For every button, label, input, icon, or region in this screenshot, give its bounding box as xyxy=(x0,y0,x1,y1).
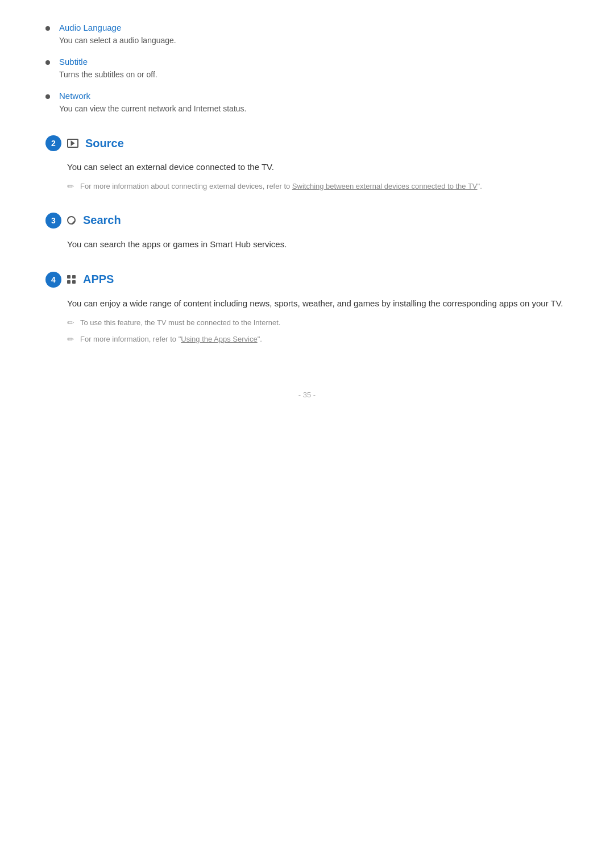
page-footer: - 35 - xyxy=(45,391,569,399)
source-note-text: For more information about connecting ex… xyxy=(80,181,482,192)
network-title[interactable]: Network xyxy=(59,91,246,101)
list-item-network: Network You can view the current network… xyxy=(45,91,569,115)
audio-language-desc: You can select a audio language. xyxy=(59,35,176,47)
bullet-content: Subtitle Turns the subtitles on or off. xyxy=(59,57,157,81)
audio-language-title[interactable]: Audio Language xyxy=(59,23,176,32)
apps-note-text-2: For more information, refer to "Using th… xyxy=(80,334,262,345)
source-notes: ✏ For more information about connecting … xyxy=(67,181,569,192)
network-desc: You can view the current network and Int… xyxy=(59,103,246,115)
section-search-body: You can search the apps or games in Smar… xyxy=(67,238,569,251)
pencil-icon: ✏ xyxy=(67,334,74,344)
subtitle-title[interactable]: Subtitle xyxy=(59,57,157,67)
apps-note-text-1: To use this feature, the TV must be conn… xyxy=(80,317,280,329)
apps-notes: ✏ To use this feature, the TV must be co… xyxy=(67,317,569,345)
source-note-suffix: ". xyxy=(478,182,482,190)
section-apps-title: APPS xyxy=(83,273,114,286)
section-number-3: 3 xyxy=(45,213,61,229)
apps-note-suffix: ". xyxy=(258,335,262,343)
bullet-content: Audio Language You can select a audio la… xyxy=(59,23,176,47)
search-icon xyxy=(67,216,80,225)
section-apps-body: You can enjoy a wide range of content in… xyxy=(67,297,569,310)
apps-icon xyxy=(67,275,80,284)
bullet-content: Network You can view the current network… xyxy=(59,91,246,115)
section-search-title: Search xyxy=(83,214,121,227)
source-icon xyxy=(67,139,82,148)
section-source-body: You can select an external device connec… xyxy=(67,160,569,174)
source-note-link[interactable]: Switching between external devices conne… xyxy=(292,182,478,190)
apps-note-link[interactable]: Using the Apps Service xyxy=(181,335,257,343)
section-source-header: 2 Source xyxy=(45,135,569,151)
subtitle-desc: Turns the subtitles on or off. xyxy=(59,69,157,81)
bullet-dot xyxy=(45,60,50,65)
bullet-list: Audio Language You can select a audio la… xyxy=(45,23,569,115)
list-item-subtitle: Subtitle Turns the subtitles on or off. xyxy=(45,57,569,81)
bullet-dot xyxy=(45,94,50,99)
pencil-icon: ✏ xyxy=(67,318,74,328)
section-source-title: Source xyxy=(85,137,124,150)
section-number-2: 2 xyxy=(45,135,61,151)
apps-note-2: ✏ For more information, refer to "Using … xyxy=(67,334,569,345)
section-apps-header: 4 APPS xyxy=(45,272,569,288)
bullet-dot xyxy=(45,26,50,31)
page-number: - 35 - xyxy=(298,391,316,399)
apps-note-1: ✏ To use this feature, the TV must be co… xyxy=(67,317,569,329)
list-item-audio-language: Audio Language You can select a audio la… xyxy=(45,23,569,47)
source-note-1: ✏ For more information about connecting … xyxy=(67,181,569,192)
section-number-4: 4 xyxy=(45,272,61,288)
pencil-icon: ✏ xyxy=(67,181,74,192)
section-search-header: 3 Search xyxy=(45,213,569,229)
